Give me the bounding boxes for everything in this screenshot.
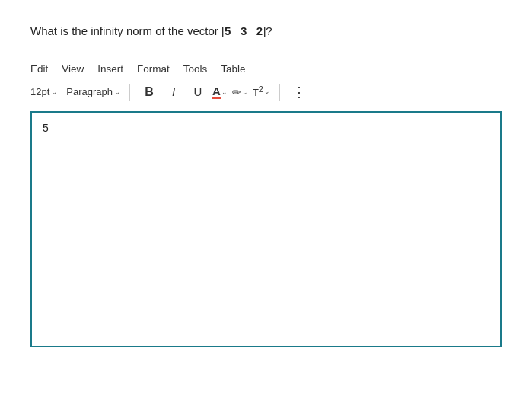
menu-view[interactable]: View: [62, 63, 84, 75]
font-color-chevron: ⌄: [221, 88, 228, 96]
more-options-button[interactable]: ⋮: [289, 84, 309, 101]
paragraph-chevron: ⌄: [114, 88, 120, 96]
page-container: What is the infinity norm of the vector …: [0, 0, 532, 396]
editor-content[interactable]: 5: [43, 122, 489, 134]
paragraph-selector[interactable]: Paragraph ⌄: [66, 86, 120, 97]
menu-bar: Edit View Insert Format Tools Table: [30, 63, 502, 75]
menu-table[interactable]: Table: [221, 63, 245, 75]
superscript-selector[interactable]: T2 ⌄: [253, 85, 270, 98]
bold-label: B: [145, 85, 154, 99]
superscript-chevron: ⌄: [264, 88, 270, 95]
editor-area[interactable]: 5: [30, 111, 502, 347]
font-size-chevron: ⌄: [51, 88, 57, 96]
menu-tools[interactable]: Tools: [183, 63, 208, 75]
menu-format[interactable]: Format: [137, 63, 170, 75]
bold-button[interactable]: B: [139, 82, 159, 102]
font-size-selector[interactable]: 12pt ⌄: [30, 86, 57, 97]
pencil-icon: ✏: [232, 86, 241, 98]
font-color-selector[interactable]: A ⌄: [212, 85, 228, 99]
underline-label: U: [194, 85, 202, 98]
font-color-a: A: [212, 85, 221, 99]
highlight-selector[interactable]: ✏ ⌄: [232, 86, 248, 98]
italic-button[interactable]: I: [164, 82, 183, 102]
highlight-chevron: ⌄: [242, 88, 248, 96]
superscript-icon: T2: [253, 85, 263, 98]
divider-2: [279, 84, 280, 101]
menu-insert[interactable]: Insert: [97, 63, 123, 75]
divider-1: [129, 84, 130, 101]
paragraph-value: Paragraph: [66, 86, 113, 97]
font-size-value: 12pt: [30, 86, 49, 97]
menu-edit[interactable]: Edit: [30, 63, 48, 75]
formatting-bar: 12pt ⌄ Paragraph ⌄ B I U A ⌄ ✏ ⌄: [30, 79, 502, 105]
italic-label: I: [172, 85, 175, 98]
question-text: What is the infinity norm of the vector …: [30, 23, 502, 40]
underline-button[interactable]: U: [188, 82, 208, 102]
